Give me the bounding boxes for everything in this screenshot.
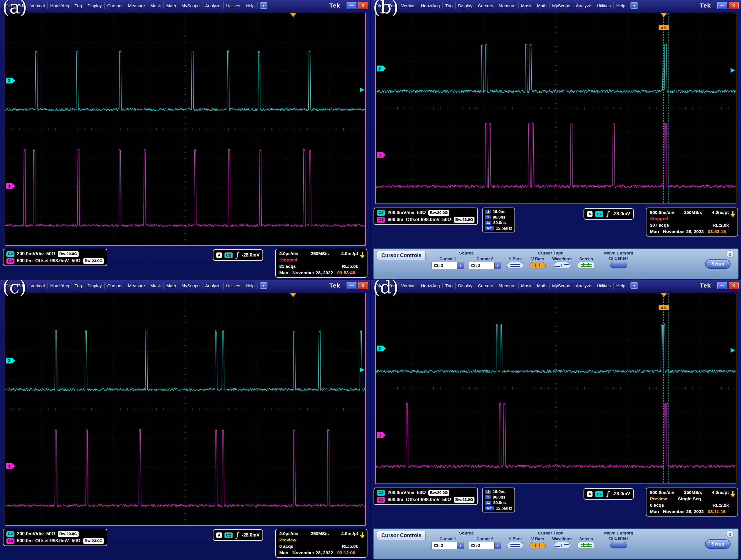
menu-item-measure[interactable]: Measure	[125, 2, 148, 9]
menu-item-display[interactable]: Display	[85, 2, 105, 9]
acq-date: November 28, 2022	[663, 508, 703, 515]
menu-item-utilities[interactable]: Utilities	[223, 2, 243, 9]
menu-item-myscope[interactable]: MyScope	[550, 282, 574, 289]
menu-item-myscope[interactable]: MyScope	[179, 2, 203, 9]
menu-item-trig[interactable]: Trig	[72, 2, 85, 9]
setup-button[interactable]: Setup	[705, 540, 731, 549]
trigger-readout: A C2 ∫ -28.0mV	[584, 488, 634, 500]
menu-item-cursors[interactable]: Cursors	[105, 2, 126, 9]
menu-item-math[interactable]: Math	[534, 282, 549, 289]
cursor-type-waveform-button[interactable]: Waveform	[552, 537, 571, 548]
menu-item-horiz-acq[interactable]: Horiz/Acq	[418, 2, 443, 9]
menu-item-analyze[interactable]: Analyze	[573, 2, 594, 9]
menu-item-display[interactable]: Display	[456, 2, 475, 9]
menu: FileEditVerticalHoriz/AcqTrigDisplayCurs…	[2, 282, 258, 289]
menu-item-analyze[interactable]: Analyze	[573, 282, 594, 289]
menu-item-display[interactable]: Display	[456, 282, 475, 289]
ch2-impedance: 50Ω	[417, 489, 426, 496]
menu-item-cursors[interactable]: Cursors	[475, 282, 496, 289]
channel-readout: C2 200.0mV/div 50Ω Bw:20.0G C3 600.0m Of…	[3, 249, 107, 266]
h-bars-icon	[507, 542, 523, 548]
menu-item-measure[interactable]: Measure	[125, 282, 148, 289]
menu-item-math[interactable]: Math	[534, 2, 549, 9]
menu-item-vertical[interactable]: Vertical	[399, 2, 418, 9]
cursor1-group: Cursor 1 Ch 2 ▼	[431, 537, 464, 549]
minimize-button[interactable]: —	[717, 282, 727, 289]
menu-item-analyze[interactable]: Analyze	[202, 2, 223, 9]
menu-item-math[interactable]: Math	[163, 2, 179, 9]
cursor-type-waveform-button[interactable]: Waveform	[552, 256, 571, 268]
menu-overflow-button[interactable]: ▼	[260, 282, 267, 289]
setup-button[interactable]: Setup	[705, 259, 731, 269]
close-button[interactable]: X	[358, 2, 368, 9]
menu-item-horiz-acq[interactable]: Horiz/Acq	[48, 282, 72, 289]
cursor1-select[interactable]: Ch 2 ▼	[431, 542, 464, 549]
menu-item-help[interactable]: Help	[243, 282, 258, 289]
menu-item-help[interactable]: Help	[614, 282, 628, 289]
menu-item-help[interactable]: Help	[614, 2, 628, 9]
cursor-panel-close-button[interactable]: x	[726, 250, 733, 258]
menu-overflow-button[interactable]: ▼	[260, 2, 267, 9]
menu-item-mask[interactable]: Mask	[148, 2, 164, 9]
menu-overflow-button[interactable]: ▼	[630, 2, 638, 9]
menu-item-trig[interactable]: Trig	[443, 2, 455, 9]
sample-resolution: 4.0ns/pt	[712, 489, 729, 496]
cursor1-dropdown-icon[interactable]: ▼	[457, 542, 464, 549]
menu-item-cursors[interactable]: Cursors	[475, 2, 496, 9]
menu-item-mask[interactable]: Mask	[148, 282, 164, 289]
menu-item-myscope[interactable]: MyScope	[179, 282, 203, 289]
menu-item-myscope[interactable]: MyScope	[550, 2, 574, 9]
cursor-type-button-label: Waveform	[552, 256, 571, 261]
cursor2-dropdown-icon[interactable]: ▼	[494, 542, 501, 549]
menu: FileEditVerticalHoriz/AcqTrigDisplayCurs…	[373, 282, 628, 289]
cursor2-dropdown-icon[interactable]: ▼	[494, 262, 501, 269]
cursor-type-v-bars-button[interactable]: V Bars	[530, 256, 546, 268]
cursor-type-screen-button[interactable]: Screen	[578, 537, 594, 548]
waveform-icon	[554, 542, 570, 548]
menu-overflow-button[interactable]: ▼	[630, 282, 638, 289]
menu-item-vertical[interactable]: Vertical	[28, 2, 48, 9]
cursor1-dropdown-icon[interactable]: ▼	[457, 262, 464, 269]
ch2-badge: C2	[6, 531, 14, 537]
move-cursors-button[interactable]: Move Cursors to Center	[602, 250, 635, 268]
menu-item-analyze[interactable]: Analyze	[202, 282, 223, 289]
menu-bar: FileEditVerticalHoriz/AcqTrigDisplayCurs…	[0, 280, 370, 291]
menu-item-utilities[interactable]: Utilities	[594, 282, 614, 289]
cursor2-group: Cursor 2 Ch 2 ▼	[469, 537, 501, 549]
minimize-button[interactable]: —	[347, 282, 356, 289]
cursor-readout-badge: t1	[485, 490, 491, 494]
cursor2-select[interactable]: Ch 2 ▼	[469, 542, 501, 549]
menu-item-display[interactable]: Display	[85, 282, 105, 289]
menu-item-math[interactable]: Math	[163, 282, 179, 289]
move-cursors-button[interactable]: Move Cursors to Center	[602, 530, 635, 548]
menu-item-measure[interactable]: Measure	[496, 2, 518, 9]
cursor-type-screen-button[interactable]: Screen	[578, 256, 594, 268]
menu-item-trig[interactable]: Trig	[72, 282, 85, 289]
menu-item-cursors[interactable]: Cursors	[105, 282, 126, 289]
close-button[interactable]: X	[358, 282, 368, 289]
menu-item-horiz-acq[interactable]: Horiz/Acq	[48, 2, 72, 9]
menu-item-horiz-acq[interactable]: Horiz/Acq	[418, 282, 443, 289]
menu-item-help[interactable]: Help	[243, 2, 258, 9]
svg-text:a b: a b	[661, 25, 667, 30]
menu-item-trig[interactable]: Trig	[443, 282, 455, 289]
close-button[interactable]: X	[729, 282, 739, 289]
close-button[interactable]: X	[729, 2, 739, 9]
menu-item-vertical[interactable]: Vertical	[28, 282, 48, 289]
cursor1-select[interactable]: Ch 2 ▼	[431, 262, 464, 269]
menu-item-measure[interactable]: Measure	[496, 282, 518, 289]
cursor-panel-close-button[interactable]: x	[726, 531, 733, 538]
menu-item-vertical[interactable]: Vertical	[399, 282, 418, 289]
menu-item-mask[interactable]: Mask	[519, 2, 535, 9]
cursor-type-v-bars-button[interactable]: V Bars	[530, 537, 546, 548]
minimize-button[interactable]: —	[717, 2, 727, 9]
cursor-type-h-bars-button[interactable]: H Bars	[507, 537, 523, 548]
menu-item-utilities[interactable]: Utilities	[223, 282, 243, 289]
cursor2-select[interactable]: Ch 2 ▼	[469, 262, 501, 269]
cursor-type-h-bars-button[interactable]: H Bars	[507, 256, 523, 268]
minimize-button[interactable]: —	[347, 2, 356, 9]
trigger-slope-icon: ∫	[606, 491, 610, 497]
menu-item-utilities[interactable]: Utilities	[594, 2, 614, 9]
menu-item-mask[interactable]: Mask	[519, 282, 535, 289]
figure-panel-label: (a)	[2, 0, 27, 18]
